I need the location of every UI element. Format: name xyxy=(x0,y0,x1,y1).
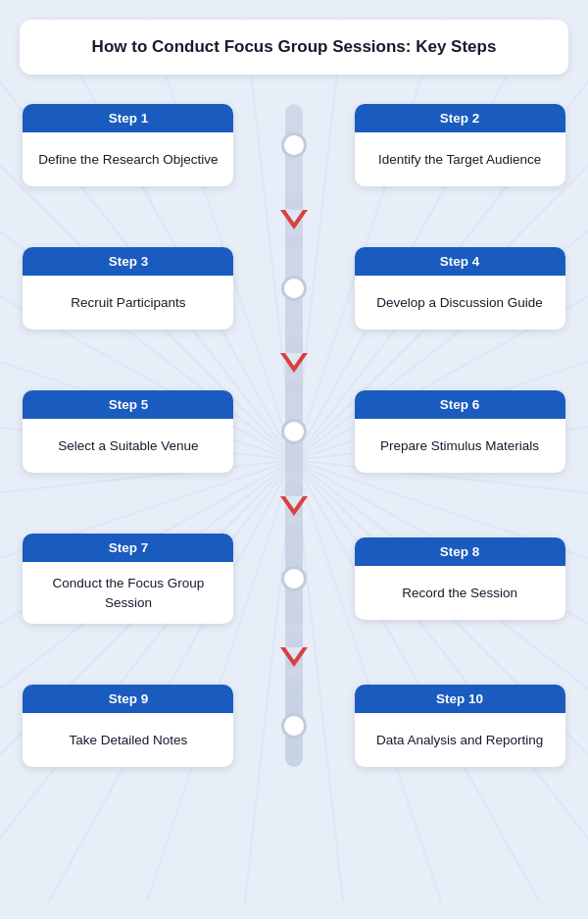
step-pair-row: Step 9Take Detailed NotesStep 10Data Ana… xyxy=(20,685,568,767)
step-label: Take Detailed Notes xyxy=(23,713,233,767)
timeline-arrow xyxy=(280,647,308,667)
timeline-node xyxy=(281,713,307,739)
step-card: Step 8Record the Session xyxy=(355,537,565,620)
step-label: Conduct the Focus Group Session xyxy=(23,562,233,624)
step-card: Step 7Conduct the Focus Group Session xyxy=(23,534,233,624)
step-pair-row: Step 5Select a Suitable VenueStep 6Prepa… xyxy=(20,390,568,473)
step-label: Define the Research Objective xyxy=(23,132,233,186)
step-number-header: Step 6 xyxy=(355,390,565,419)
step-card: Step 5Select a Suitable Venue xyxy=(23,390,233,473)
step-number-header: Step 7 xyxy=(23,534,233,562)
step-number-header: Step 2 xyxy=(355,104,565,132)
step-card: Step 2Identify the Target Audience xyxy=(355,104,565,186)
step-card: Step 10Data Analysis and Reporting xyxy=(355,685,565,767)
step-label: Develop a Discussion Guide xyxy=(355,276,565,330)
step-card: Step 3Recruit Participants xyxy=(23,247,233,330)
step-label: Record the Session xyxy=(355,566,565,620)
timeline-arrow xyxy=(280,353,308,373)
step-number-header: Step 10 xyxy=(355,685,565,713)
timeline-arrow xyxy=(280,496,308,516)
step-label: Identify the Target Audience xyxy=(355,132,565,186)
page-title: How to Conduct Focus Group Sessions: Key… xyxy=(20,20,568,75)
step-number-header: Step 8 xyxy=(355,537,565,566)
step-label: Data Analysis and Reporting xyxy=(355,713,565,767)
step-number-header: Step 4 xyxy=(355,247,565,276)
timeline-arrow xyxy=(280,210,308,230)
step-label: Recruit Participants xyxy=(23,276,233,330)
step-number-header: Step 1 xyxy=(23,104,233,132)
step-pair-row: Step 3Recruit ParticipantsStep 4Develop … xyxy=(20,247,568,330)
timeline-node xyxy=(281,276,307,301)
step-label: Prepare Stimulus Materials xyxy=(355,419,565,473)
step-number-header: Step 9 xyxy=(23,685,233,713)
timeline-node xyxy=(281,566,307,591)
step-pair-row: Step 1Define the Research ObjectiveStep … xyxy=(20,104,568,186)
step-pair-row: Step 7Conduct the Focus Group SessionSte… xyxy=(20,534,568,624)
timeline-node xyxy=(281,132,307,158)
step-number-header: Step 3 xyxy=(23,247,233,276)
step-card: Step 9Take Detailed Notes xyxy=(23,685,233,767)
step-card: Step 4Develop a Discussion Guide xyxy=(355,247,565,330)
step-label: Select a Suitable Venue xyxy=(23,419,233,473)
step-card: Step 6Prepare Stimulus Materials xyxy=(355,390,565,473)
timeline-node xyxy=(281,419,307,444)
step-number-header: Step 5 xyxy=(23,390,233,419)
step-card: Step 1Define the Research Objective xyxy=(23,104,233,186)
